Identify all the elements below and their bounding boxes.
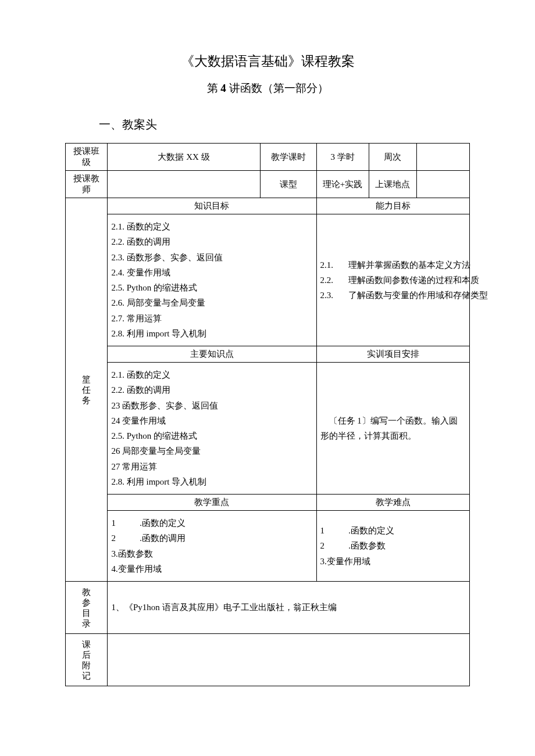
lecture-number: 4 bbox=[220, 82, 229, 94]
list-item: 27 常用运算 bbox=[111, 459, 312, 474]
focus-header: 教学重点 bbox=[108, 495, 316, 511]
knowledge-goal-header: 知识目标 bbox=[108, 198, 316, 214]
ref-char4: 录 bbox=[69, 618, 104, 629]
practice-header: 实训项目安排 bbox=[316, 346, 469, 363]
ref-char2: 参 bbox=[69, 597, 104, 608]
table-row: 授课教师 课型 理论+实践 上课地点 bbox=[66, 171, 469, 198]
week-value bbox=[416, 144, 469, 171]
list-item: 1 .函数的定义 bbox=[111, 515, 312, 531]
post-char1: 课 bbox=[69, 639, 104, 650]
reference-cell: 1、《Py1hon 语言及其应用》电子工业出版社，翁正秋主编 bbox=[108, 582, 469, 634]
table-row: 授课班级 大数据 XX 级 教学课时 3 学时 周次 bbox=[66, 144, 469, 171]
type-label: 课型 bbox=[260, 171, 316, 198]
hours-value: 3 学时 bbox=[316, 144, 369, 171]
key-points-cell: 2.1. 函数的定义 2.2. 函数的调用 23 函数形参、实参、返回值 24 … bbox=[108, 363, 316, 495]
key-points-header: 主要知识点 bbox=[108, 346, 316, 363]
ref-char3: 目 bbox=[69, 608, 104, 618]
hours-label: 教学课时 bbox=[260, 144, 316, 171]
postscript-label: 课 后 附 记 bbox=[66, 634, 108, 686]
table-row: 篂 任 务 知识目标 能力目标 bbox=[66, 198, 469, 214]
ref-catalog-label: 教 参 目 录 bbox=[66, 582, 108, 634]
list-item: 26 局部变量与全局变量 bbox=[111, 443, 312, 458]
task-header-char1: 篂 bbox=[69, 374, 104, 385]
list-item: 2.8. 利用 import 导入机制 bbox=[111, 474, 312, 489]
list-item: 2.2. 函数的调用 bbox=[111, 234, 312, 249]
table-row: 2.1. 函数的定义 2.2. 函数的调用 23 函数形参、实参、返回值 24 … bbox=[66, 363, 469, 495]
task-header-char3: 务 bbox=[69, 395, 104, 406]
list-item: 2.7. 常用运算 bbox=[111, 311, 312, 326]
list-item: 2.5. Python 的缩进格式 bbox=[111, 280, 312, 295]
practice-text: 〔任务 1〕编写一个函数。输入圆形的半径，计算其面积。 bbox=[320, 411, 466, 446]
list-item: 2.1. 函数的定义 bbox=[111, 219, 312, 234]
task-header-cell: 篂 任 务 bbox=[66, 198, 108, 582]
list-item: 2 .函数的调用 bbox=[111, 531, 312, 546]
post-char4: 记 bbox=[69, 671, 104, 681]
practice-cell: 〔任务 1〕编写一个函数。输入圆形的半径，计算其面积。 bbox=[316, 363, 469, 495]
list-item: 2.1. 函数的定义 bbox=[111, 367, 312, 382]
focus-cell: 1 .函数的定义 2 .函数的调用 3.函数参数 4.变量作用域 bbox=[108, 511, 316, 582]
location-value bbox=[416, 171, 469, 198]
teacher-label: 授课教师 bbox=[66, 171, 108, 198]
ability-goal-header: 能力目标 bbox=[316, 198, 469, 214]
list-item: 3.函数参数 bbox=[111, 546, 312, 561]
week-label: 周次 bbox=[369, 144, 416, 171]
document-subtitle: 第 4 讲函数（第一部分） bbox=[0, 81, 535, 96]
table-row: 课 后 附 记 bbox=[66, 634, 469, 686]
list-item: 3.变量作用域 bbox=[320, 554, 466, 569]
lesson-plan-table: 授课班级 大数据 XX 级 教学课时 3 学时 周次 授课教师 课型 理论+实践… bbox=[65, 143, 469, 686]
ref-char1: 教 bbox=[69, 587, 104, 597]
subtitle-suffix: 讲函数（第一部分） bbox=[229, 82, 329, 94]
list-item: 4.变量作用域 bbox=[111, 561, 312, 576]
document-title: 《大数据语言基础》课程教案 bbox=[0, 52, 535, 70]
table-row: 1 .函数的定义 2 .函数的调用 3.函数参数 4.变量作用域 1 .函数的定… bbox=[66, 511, 469, 582]
class-value: 大数据 XX 级 bbox=[108, 144, 260, 171]
list-item: 2.6. 局部变量与全局变量 bbox=[111, 295, 312, 310]
subtitle-prefix: 第 bbox=[207, 82, 221, 94]
list-item: 2.8. 利用 import 导入机制 bbox=[111, 326, 312, 341]
location-label: 上课地点 bbox=[369, 171, 416, 198]
list-item: 2.3. 了解函数与变量的作用域和存储类型 bbox=[320, 288, 466, 303]
list-item: 2.2. 函数的调用 bbox=[111, 382, 312, 397]
teacher-value bbox=[108, 171, 260, 198]
ability-goals-cell: 2.1. 理解并掌握函数的基本定义方法 2.2. 理解函数间参数传递的过程和本质… bbox=[316, 214, 469, 346]
table-row: 主要知识点 实训项目安排 bbox=[66, 346, 469, 363]
table-row: 2.1. 函数的定义 2.2. 函数的调用 2.3. 函数形参、实参、返回值 2… bbox=[66, 214, 469, 346]
list-item: 24 变量作用域 bbox=[111, 413, 312, 428]
list-item: 2.1. 理解并掌握函数的基本定义方法 bbox=[320, 257, 466, 273]
type-value: 理论+实践 bbox=[316, 171, 369, 198]
section-heading: 一、教案头 bbox=[99, 117, 535, 132]
class-label: 授课班级 bbox=[66, 144, 108, 171]
list-item: 2.5. Python 的缩进格式 bbox=[111, 428, 312, 443]
table-row: 教 参 目 录 1、《Py1hon 语言及其应用》电子工业出版社，翁正秋主编 bbox=[66, 582, 469, 634]
list-item: 23 函数形参、实参、返回值 bbox=[111, 398, 312, 413]
task-header-char2: 任 bbox=[69, 385, 104, 395]
list-item: 1 .函数的定义 bbox=[320, 523, 466, 538]
difficulty-header: 教学难点 bbox=[316, 495, 469, 511]
post-char3: 附 bbox=[69, 660, 104, 671]
table-row: 教学重点 教学难点 bbox=[66, 495, 469, 511]
list-item: 2.2. 理解函数间参数传递的过程和本质 bbox=[320, 273, 466, 288]
knowledge-goals-cell: 2.1. 函数的定义 2.2. 函数的调用 2.3. 函数形参、实参、返回值 2… bbox=[108, 214, 316, 346]
difficulty-cell: 1 .函数的定义 2 .函数参数 3.变量作用域 bbox=[316, 511, 469, 582]
list-item: 2.4. 变量作用域 bbox=[111, 265, 312, 280]
post-char2: 后 bbox=[69, 650, 104, 660]
document-page: 《大数据语言基础》课程教案 第 4 讲函数（第一部分） 一、教案头 授课班级 大… bbox=[0, 0, 535, 686]
list-item: 2 .函数参数 bbox=[320, 538, 466, 553]
list-item: 2.3. 函数形参、实参、返回值 bbox=[111, 250, 312, 265]
postscript-cell bbox=[108, 634, 469, 686]
